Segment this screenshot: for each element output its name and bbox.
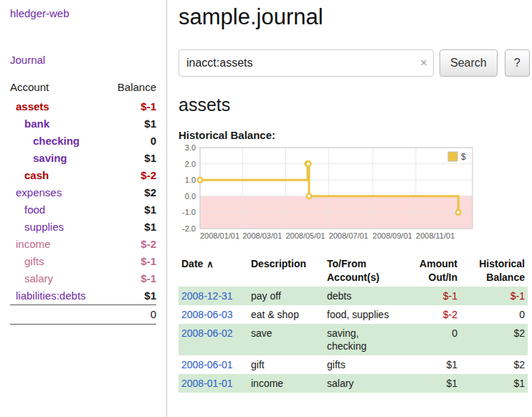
svg-text:3.0: 3.0 <box>185 144 196 152</box>
account-balance: 0 <box>107 133 156 150</box>
transaction-date-link[interactable]: 2008-06-01 <box>181 359 233 370</box>
sort-ascending-icon: ∧ <box>206 259 214 269</box>
transaction-date-link[interactable]: 2008-06-02 <box>181 327 233 339</box>
account-balance: $-2 <box>107 236 156 253</box>
sidebar-account-link[interactable]: gifts <box>24 255 44 267</box>
app-brand-link[interactable]: hledger-web <box>10 7 70 19</box>
account-balance: $1 <box>107 201 156 219</box>
transaction-accounts: salary <box>324 374 402 393</box>
transaction-date-cell: 2008-12-31 <box>179 287 248 305</box>
account-balance: $-2 <box>107 167 156 184</box>
sidebar-account-link[interactable]: salary <box>24 272 53 284</box>
account-name-cell: income <box>10 236 107 253</box>
transaction-amount: $-1 <box>402 287 460 305</box>
search-button[interactable]: Search <box>440 49 498 77</box>
account-name-cell: salary <box>10 270 107 287</box>
sidebar-account-link[interactable]: assets <box>16 100 49 112</box>
transaction-description: save <box>248 324 324 355</box>
transaction-accounts: debts <box>324 287 402 305</box>
account-row: bank$1 <box>10 115 156 133</box>
sidebar-account-link[interactable]: checking <box>33 135 80 147</box>
data-point-marker <box>306 161 311 166</box>
svg-text:2.0: 2.0 <box>185 160 196 168</box>
account-name-cell: supplies <box>10 219 107 236</box>
transaction-accounts: saving, checking <box>324 324 402 355</box>
accounts-total-row: 0 <box>10 305 156 325</box>
account-row: income$-2 <box>10 236 156 253</box>
transaction-balance: $2 <box>460 355 528 374</box>
page-title: sample.journal <box>179 4 530 30</box>
transaction-description: income <box>248 374 324 393</box>
transaction-description: pay off <box>248 287 324 305</box>
account-balance: $-1 <box>107 253 156 270</box>
data-point-marker <box>456 210 461 215</box>
sidebar-account-link[interactable]: supplies <box>24 221 64 233</box>
account-row: liabilities:debts$1 <box>10 287 156 305</box>
svg-text:-1.0: -1.0 <box>182 208 196 216</box>
account-row: food$1 <box>10 201 156 219</box>
sidebar-account-link[interactable]: expenses <box>16 186 62 198</box>
search-input[interactable] <box>179 49 434 77</box>
clear-search-icon[interactable]: × <box>420 56 427 70</box>
register-row: 2008-06-03eat & shopfood, supplies$-20 <box>179 305 528 324</box>
transaction-date-cell: 2008-06-03 <box>179 305 248 324</box>
account-name-cell: cash <box>10 167 107 184</box>
sidebar-account-link[interactable]: saving <box>33 152 67 164</box>
account-balance: $1 <box>107 150 156 167</box>
sidebar-account-link[interactable]: liabilities:debts <box>16 289 86 302</box>
sidebar-account-link[interactable]: cash <box>24 169 49 181</box>
account-heading: assets <box>179 95 530 115</box>
transaction-date-link[interactable]: 2008-06-03 <box>181 309 233 320</box>
accounts-total-spacer <box>10 305 107 325</box>
accounts-header-balance: Balance <box>107 78 156 98</box>
account-balance: $2 <box>107 184 156 201</box>
sidebar-item-journal[interactable]: Journal <box>10 54 45 66</box>
data-point-marker <box>198 178 203 183</box>
register-header-date-label: Date <box>181 258 203 269</box>
transaction-accounts: food, supplies <box>324 305 402 324</box>
search-form: × Search ? <box>179 49 530 77</box>
register-row: 2008-12-31pay offdebts$-1$-1 <box>179 287 528 305</box>
register-header-balance: Historical Balance <box>460 255 528 287</box>
account-row: expenses$2 <box>10 184 156 201</box>
transaction-description: eat & shop <box>248 305 324 324</box>
transaction-balance: $2 <box>460 324 528 355</box>
svg-text:2008/07/01: 2008/07/01 <box>329 231 369 240</box>
transaction-date-link[interactable]: 2008-12-31 <box>181 290 233 302</box>
transaction-date-link[interactable]: 2008-01-01 <box>181 378 233 389</box>
account-row: cash$-2 <box>10 167 156 184</box>
svg-text:0.0: 0.0 <box>185 192 196 201</box>
transaction-balance: $-1 <box>460 287 528 305</box>
transaction-description: gift <box>248 355 324 374</box>
transaction-amount: 0 <box>402 324 460 355</box>
sidebar-account-link[interactable]: income <box>16 238 50 250</box>
account-balance: $1 <box>107 115 156 133</box>
register-header-date[interactable]: Date∧ <box>179 255 248 287</box>
svg-text:2008/11/01: 2008/11/01 <box>416 231 455 240</box>
account-name-cell: checking <box>10 133 107 150</box>
register-row: 2008-06-02savesaving, checking0$2 <box>179 324 528 355</box>
account-balance: $-1 <box>107 98 156 115</box>
account-row: salary$-1 <box>10 270 156 287</box>
transaction-amount: $1 <box>402 374 460 393</box>
register-header-description: Description <box>248 255 324 287</box>
app-window: hledger-web Journal Account Balance asse… <box>0 0 532 417</box>
account-name-cell: expenses <box>10 184 107 201</box>
account-name-cell: assets <box>10 98 107 115</box>
help-button[interactable]: ? <box>505 49 530 77</box>
register-header-amount: Amount Out/In <box>402 255 460 287</box>
main-content: sample.journal × Search ? assets Histori… <box>167 0 532 417</box>
transaction-balance: 0 <box>460 305 528 324</box>
register-header-accounts: To/From Account(s) <box>324 255 402 287</box>
transaction-date-cell: 2008-06-02 <box>179 324 248 355</box>
data-point-marker <box>307 193 312 198</box>
svg-text:2008/09/01: 2008/09/01 <box>373 231 412 240</box>
historical-balance-chart: 3.02.01.00.0-1.0-2.02008/01/012008/03/01… <box>179 144 530 246</box>
account-name-cell: saving <box>10 150 107 167</box>
sidebar-account-link[interactable]: bank <box>24 118 49 130</box>
account-row: supplies$1 <box>10 219 156 236</box>
accounts-table: Account Balance assets$-1bank$1checking0… <box>10 78 156 325</box>
account-balance: $-1 <box>107 270 156 287</box>
account-row: checking0 <box>10 133 156 150</box>
sidebar-account-link[interactable]: food <box>24 203 45 216</box>
